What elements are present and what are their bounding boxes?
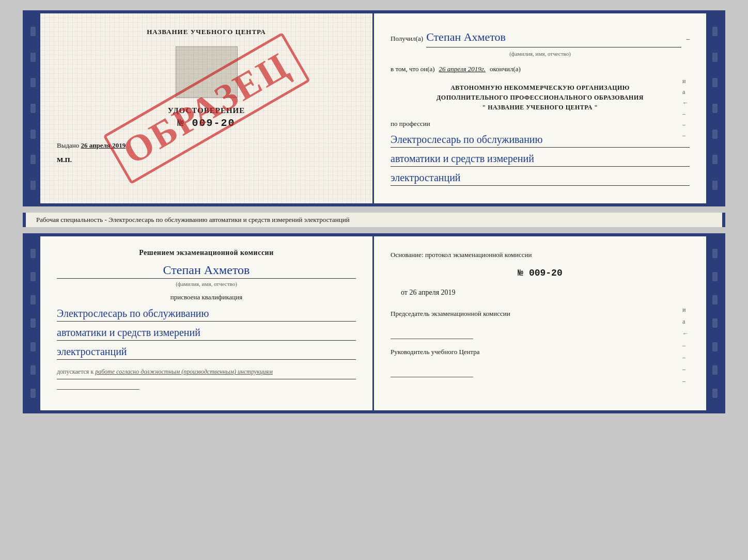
admission-prefix: допускается к [57, 368, 93, 375]
qualification-line3: электростанций [57, 344, 356, 360]
recipient-line: Получил(а) Степан Ахметов – [391, 28, 690, 47]
basis-label: Основание: протокол экзаменационной коми… [391, 249, 690, 261]
date-line: в том, что он(а) 26 апреля 2019г. окончи… [391, 64, 690, 75]
bottom-right-binding [708, 236, 722, 410]
profession-label: по профессии [391, 119, 690, 130]
recipient-prefix: Получил(а) [391, 34, 423, 44]
chairman-block: Председатель экзаменационной комиссии [391, 309, 690, 339]
bottom-right-page: Основание: протокол экзаменационной коми… [374, 236, 708, 410]
director-signature-line [391, 367, 473, 377]
org-line2: ДОПОЛНИТЕЛЬНОГО ПРОФЕССИОНАЛЬНОГО ОБРАЗО… [391, 93, 690, 103]
admission-text: допускается к работе согласно должностны… [57, 368, 356, 379]
org-block: АВТОНОМНУЮ НЕКОММЕРЧЕСКУЮ ОРГАНИЗАЦИЮ ДО… [391, 83, 690, 113]
top-left-page: НАЗВАНИЕ УЧЕБНОГО ЦЕНТРА УДОСТОВЕРЕНИЕ №… [40, 13, 374, 203]
recipient-sublabel: (фамилия, имя, отчество) [391, 50, 690, 59]
protocol-date-value: 26 апреля 2019 [409, 289, 455, 296]
person-name: Степан Ахметов [57, 263, 356, 279]
mp-label: М.П. [57, 156, 356, 164]
recipient-name: Степан Ахметов [426, 28, 681, 47]
bottom-left-page: Решением экзаменационной комиссии Степан… [40, 236, 374, 410]
right-page-content: Получил(а) Степан Ахметов – (фамилия, им… [391, 28, 690, 186]
cert-school-name: НАЗВАНИЕ УЧЕБНОГО ЦЕНТРА [57, 28, 356, 36]
left-binding [26, 13, 40, 203]
bottom-right-decoration: и а ← – – – – [682, 306, 689, 385]
admission-details: работе согласно должностным (производств… [95, 368, 273, 375]
right-side-decoration: и а ← – – – [682, 77, 689, 139]
in-that-prefix: в том, что он(а) [391, 64, 435, 75]
person-sublabel: (фамилия, имя, отчество) [57, 281, 356, 287]
director-block: Руководитель учебного Центра [391, 347, 690, 377]
org-line1: АВТОНОМНУЮ НЕКОММЕРЧЕСКУЮ ОРГАНИЗАЦИЮ [391, 83, 690, 93]
issued-date: 26 апреля 2019 [81, 141, 126, 149]
chairman-title: Председатель экзаменационной комиссии [391, 309, 690, 318]
top-right-page: Получил(а) Степан Ахметов – (фамилия, им… [374, 13, 708, 203]
profession-line1: Электрослесарь по обслуживанию [391, 132, 690, 148]
right-binding [708, 13, 722, 203]
in-that-suffix: окончил(а) [490, 64, 521, 75]
middle-strip: Рабочая специальность - Электрослесарь п… [23, 213, 725, 227]
bottom-left-binding [26, 236, 40, 410]
org-line3: " НАЗВАНИЕ УЧЕБНОГО ЦЕНТРА " [391, 103, 690, 113]
profession-line2: автоматики и средств измерений [391, 151, 690, 167]
director-title: Руководитель учебного Центра [391, 347, 690, 357]
protocol-date: от 26 апреля 2019 [391, 286, 690, 299]
profession-line3: электростанций [391, 170, 690, 186]
protocol-number: № 009-20 [391, 265, 690, 281]
issued-label: Выдано [57, 141, 79, 149]
signature-line-left [57, 379, 139, 390]
cert-label: УДОСТОВЕРЕНИЕ [57, 106, 356, 115]
in-that-date: 26 апреля 2019г. [439, 64, 486, 75]
middle-strip-text: Рабочая специальность - Электрослесарь п… [36, 216, 350, 223]
decision-title: Решением экзаменационной комиссии [57, 249, 356, 257]
chairman-signature-line [391, 329, 473, 339]
cert-number: № 009-20 [57, 117, 356, 129]
photo-placeholder [176, 46, 238, 98]
cert-issued: Выдано 26 апреля 2019 [57, 141, 356, 150]
qualification-label: присвоена квалификация [57, 293, 356, 301]
qualification-line1: Электрослесарь по обслуживанию [57, 306, 356, 322]
top-document-spread: НАЗВАНИЕ УЧЕБНОГО ЦЕНТРА УДОСТОВЕРЕНИЕ №… [23, 10, 725, 206]
bottom-document-spread: Решением экзаменационной комиссии Степан… [23, 233, 725, 413]
basis-block: Основание: протокол экзаменационной коми… [391, 249, 690, 377]
protocol-date-prefix: от [401, 289, 408, 296]
dash1: – [684, 34, 690, 44]
qualification-line2: автоматики и средств измерений [57, 325, 356, 341]
